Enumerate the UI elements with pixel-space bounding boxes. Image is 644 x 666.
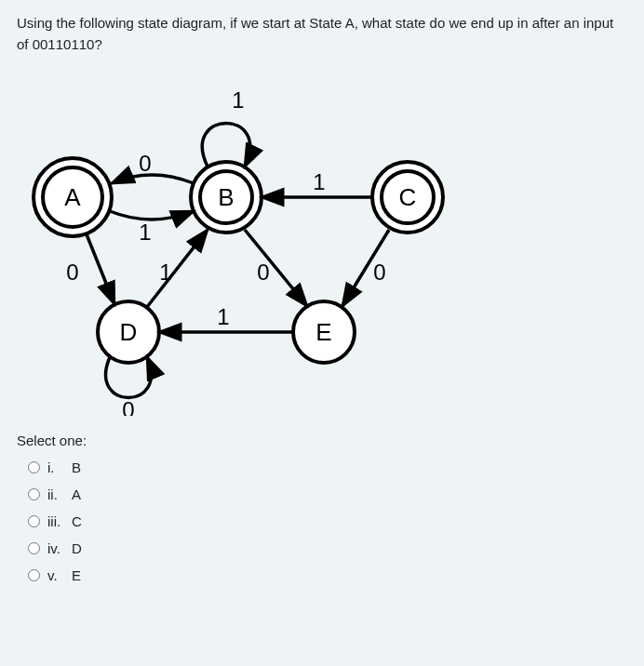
radio-icon[interactable] (28, 542, 40, 554)
edge-b-self-1: 1 (232, 87, 244, 113)
option-label: D (72, 540, 82, 556)
option-number: iii. (47, 513, 64, 529)
edge-e-to-d-1: 1 (217, 304, 229, 329)
edge-c-to-b-1: 1 (313, 169, 325, 194)
edge-b-to-a-0: 0 (139, 151, 151, 176)
state-d-label: D (120, 318, 138, 346)
option-i[interactable]: i. B (17, 456, 627, 479)
options-list: i. B ii. A iii. C iv. D v. E (17, 456, 627, 587)
radio-icon[interactable] (28, 569, 40, 581)
radio-icon[interactable] (28, 515, 40, 527)
option-label: E (72, 567, 81, 583)
state-a-label: A (64, 183, 81, 211)
option-label: A (72, 486, 81, 502)
option-number: iv. (47, 540, 64, 556)
edge-d-self-0: 0 (122, 397, 134, 417)
edge-d-to-b-1: 1 (159, 260, 171, 285)
option-iii[interactable]: iii. C (17, 510, 627, 533)
edge-a-to-b-1: 1 (139, 220, 151, 245)
edge-a-to-d-0: 0 (66, 260, 78, 285)
option-label: C (72, 513, 82, 529)
select-one-label: Select one: (17, 433, 627, 448)
option-number: v. (47, 567, 64, 583)
question-text: Using the following state diagram, if we… (17, 13, 627, 55)
state-c-label: C (399, 183, 417, 211)
option-number: i. (47, 460, 64, 475)
option-v[interactable]: v. E (17, 564, 627, 587)
option-iv[interactable]: iv. D (17, 537, 627, 560)
edge-b-to-e-0: 0 (257, 260, 269, 285)
state-e-label: E (315, 318, 331, 346)
option-number: ii. (47, 486, 64, 502)
state-b-label: B (218, 183, 234, 211)
option-ii[interactable]: ii. A (17, 483, 627, 506)
edge-c-to-e-0: 0 (373, 260, 385, 285)
state-diagram: A B C D E 1 0 1 1 0 1 0 0 1 0 (17, 72, 454, 416)
radio-icon[interactable] (28, 461, 40, 473)
option-label: B (72, 460, 81, 475)
radio-icon[interactable] (28, 488, 40, 500)
